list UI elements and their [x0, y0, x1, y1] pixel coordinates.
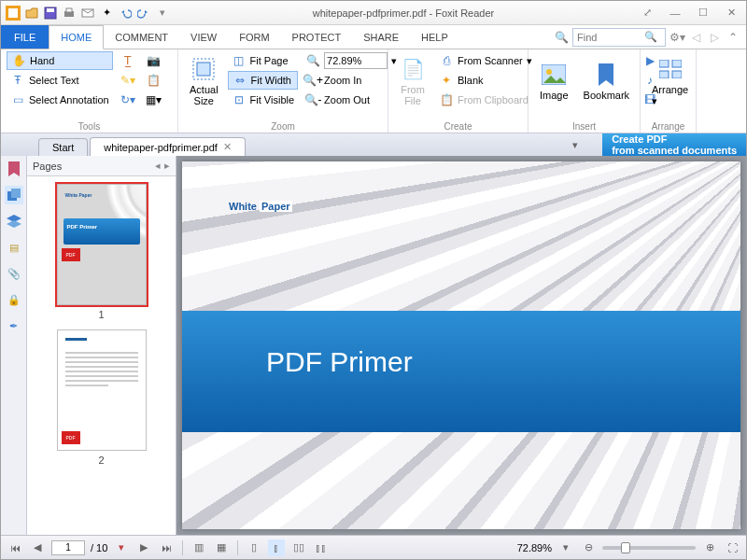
hand-tool[interactable]: ✋Hand [7, 51, 113, 70]
tab-share[interactable]: SHARE [352, 25, 410, 49]
fit-visible-button[interactable]: ⊡Fit Visible [228, 91, 298, 109]
pages-panel-next-icon[interactable]: ▸ [164, 160, 170, 172]
promo-banner[interactable]: Create PDF from scanned documents [602, 133, 746, 156]
svg-rect-13 [659, 71, 669, 78]
select-annotation-tool[interactable]: ▭Select Annotation [7, 91, 113, 109]
file-tab[interactable]: FILE [1, 25, 49, 49]
fit-width-button[interactable]: ⇔Fit Width [228, 71, 298, 90]
zoom-slider-thumb[interactable] [621, 542, 630, 553]
svg-rect-12 [672, 60, 682, 67]
thumb1-primer: PDF Primer [67, 224, 98, 230]
zoom-input[interactable] [324, 52, 388, 69]
continuous-icon[interactable]: ⫿ [268, 539, 285, 556]
find-input[interactable] [577, 32, 644, 43]
create-group-label: Create [388, 121, 528, 132]
rail-signatures-icon[interactable]: ✒ [5, 316, 23, 335]
redo-icon[interactable] [135, 5, 152, 21]
rotate-tool[interactable]: ↻▾ [117, 91, 139, 109]
zoom-group-label: Zoom [178, 121, 388, 132]
save-icon[interactable] [42, 5, 59, 21]
zoom-out-button[interactable]: 🔍-Zoom Out [302, 91, 401, 109]
tab-help[interactable]: HELP [410, 25, 459, 49]
zoom-combo[interactable]: 🔍▾ [302, 51, 401, 70]
find-search-icon[interactable]: 🔍 [644, 31, 657, 43]
undo-icon[interactable] [117, 5, 134, 21]
pages-panel-prev-icon[interactable]: ◂ [155, 160, 161, 172]
rail-layers-icon[interactable] [5, 212, 23, 231]
continuous-facing-icon[interactable]: ⫿⫿ [313, 539, 330, 556]
from-scanner-button[interactable]: ⎙From Scanner ▾ [435, 51, 536, 70]
actual-size-label: Actual Size [190, 84, 218, 106]
typewriter-tool[interactable]: T̲ [117, 51, 139, 70]
mail-icon[interactable] [79, 5, 96, 21]
qat-dropdown-icon[interactable]: ▾ [154, 5, 171, 21]
tab-form[interactable]: FORM [228, 25, 280, 49]
zoom-slider[interactable] [602, 546, 696, 550]
facing-icon[interactable]: ▯▯ [290, 539, 307, 556]
zoom-dropdown-icon[interactable]: ▾ [557, 539, 574, 556]
arrange-group-label: Arrange [641, 121, 696, 132]
search-folder-icon[interactable]: 🔍 [554, 30, 569, 45]
arrange-label: Arrange ▾ [652, 84, 688, 107]
clipboard-tool[interactable]: 📋 [143, 71, 165, 90]
tab-comment[interactable]: COMMENT [104, 25, 179, 49]
last-page-icon[interactable]: ⏭ [158, 539, 175, 556]
page-dropdown-icon[interactable]: ▾ [113, 539, 130, 556]
rail-attachments-icon[interactable]: 📎 [5, 264, 23, 283]
single-page-icon[interactable]: ▯ [246, 539, 262, 556]
new-icon[interactable]: ✦ [98, 5, 115, 21]
insert-tool[interactable]: ▦▾ [143, 91, 165, 109]
rail-pages-icon[interactable] [5, 186, 23, 204]
fit-page-button[interactable]: ◫Fit Page [228, 51, 298, 70]
gear-icon[interactable]: ⚙▾ [669, 30, 684, 45]
find-box[interactable]: 🔍 [572, 28, 666, 47]
close-icon[interactable]: ✕ [720, 5, 742, 21]
zoom-in-icon: 🔍+ [305, 73, 320, 88]
select-text-tool[interactable]: ŦSelect Text [7, 71, 113, 90]
tab-view[interactable]: VIEW [179, 25, 228, 49]
nav-prev-icon[interactable]: ◁ [688, 30, 703, 45]
arrange-icon [657, 56, 684, 82]
scanner-icon: ⎙ [439, 53, 454, 68]
tab-close-icon[interactable]: ✕ [223, 141, 232, 153]
svg-rect-11 [659, 60, 669, 67]
minimize-icon[interactable]: — [664, 5, 686, 21]
next-page-icon[interactable]: ▶ [135, 539, 152, 556]
snapshot-tool[interactable]: 📷 [143, 51, 165, 70]
blank-button[interactable]: ✦Blank [435, 71, 536, 90]
zoom-out-status-icon[interactable]: ⊖ [580, 539, 597, 556]
rail-comments-icon[interactable]: ▤ [5, 238, 23, 257]
tab-start[interactable]: Start [38, 138, 88, 156]
maximize-icon[interactable]: ☐ [692, 5, 714, 21]
zoom-in-status-icon[interactable]: ⊕ [701, 539, 718, 556]
print-icon[interactable] [61, 5, 78, 21]
tab-home[interactable]: HOME [49, 25, 104, 49]
tab-list-dropdown-icon[interactable]: ▾ [572, 139, 578, 151]
thumbnail-1[interactable]: White Paper PDF Primer PDF [57, 184, 147, 305]
view-mode-2-icon[interactable]: ▦ [213, 539, 230, 556]
rail-bookmarks-icon[interactable] [5, 160, 23, 178]
zoom-in-button[interactable]: 🔍+Zoom In [302, 71, 401, 90]
select-annotation-label: Select Annotation [29, 94, 109, 105]
rail-security-icon[interactable]: 🔒 [5, 290, 23, 309]
tab-protect[interactable]: PROTECT [281, 25, 353, 49]
document-viewer[interactable]: White Paper PDF Primer [176, 156, 746, 535]
select-text-label: Select Text [29, 75, 79, 86]
thumbnail-2[interactable]: PDF [57, 329, 147, 451]
image-button[interactable]: Image [534, 51, 574, 111]
page-number-input[interactable] [51, 540, 85, 555]
highlight-tool[interactable]: ✎▾ [117, 71, 139, 90]
nav-next-icon[interactable]: ▷ [707, 30, 722, 45]
prev-page-icon[interactable]: ◀ [29, 539, 46, 556]
open-icon[interactable] [23, 5, 40, 21]
first-page-icon[interactable]: ⏮ [7, 539, 23, 556]
collapse-ribbon-icon[interactable]: ⌃ [726, 30, 740, 45]
arrange-button[interactable]: Arrange ▾ [646, 51, 694, 111]
bookmark-button[interactable]: Bookmark [578, 51, 636, 111]
view-mode-1-icon[interactable]: ▥ [190, 539, 207, 556]
tab-document[interactable]: whitepaper-pdfprimer.pdf ✕ [90, 137, 246, 156]
from-scanner-label: From Scanner [458, 55, 523, 66]
fullscreen-icon[interactable]: ⛶ [724, 539, 740, 556]
actual-size-button[interactable]: Actual Size [184, 51, 224, 111]
ribbon-toggle-icon[interactable]: ⤢ [636, 5, 658, 21]
